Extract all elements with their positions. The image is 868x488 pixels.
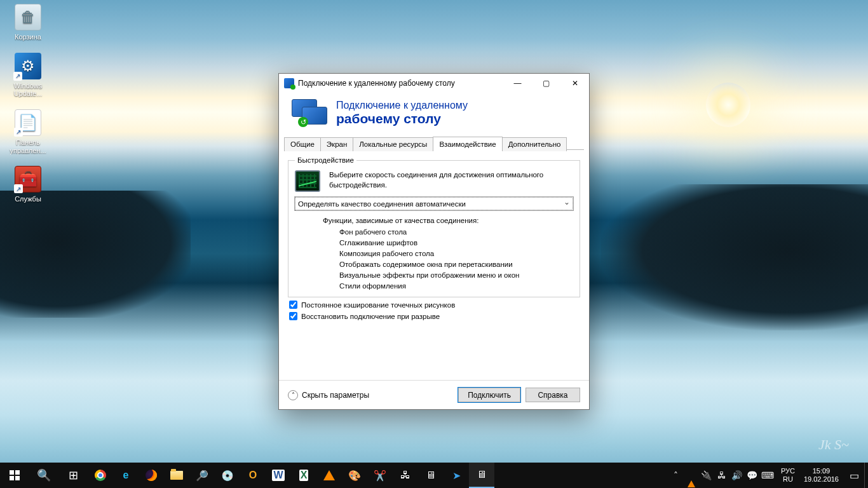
word-icon: W xyxy=(272,470,284,481)
bitmap-caching-checkbox[interactable]: Постоянное кэширование точечных рисунков xyxy=(289,301,580,309)
maximize-button[interactable]: ▢ xyxy=(532,74,560,93)
button-row: ˄ Скрыть параметры Подключить Справка xyxy=(279,380,589,409)
clock-time: 15:09 xyxy=(804,467,839,475)
start-button[interactable] xyxy=(0,463,29,488)
tab-advanced[interactable]: Дополнительно xyxy=(502,137,567,151)
taskbar-outlook[interactable]: O xyxy=(240,463,266,488)
reconnect-input[interactable] xyxy=(289,312,297,320)
chevron-up-icon: ˄ xyxy=(674,470,678,480)
taskbar-rdp[interactable]: 🖥 xyxy=(469,463,494,488)
rdp-app-icon xyxy=(284,78,294,88)
performance-icon xyxy=(295,170,320,192)
excel-icon: X xyxy=(299,470,309,481)
taskbar-app-3[interactable]: 🖧 xyxy=(393,463,418,488)
taskbar-app-4[interactable]: 🖥 xyxy=(418,463,444,488)
func-item: Фон рабочего стола xyxy=(339,228,573,236)
hide-options-toggle[interactable]: ˄ Скрыть параметры xyxy=(288,390,369,400)
palette-icon: 🎨 xyxy=(348,470,361,482)
svg-rect-2 xyxy=(10,476,14,480)
connection-speed-select[interactable]: Определять качество соединения автоматич… xyxy=(295,197,573,210)
tray-vlc[interactable] xyxy=(684,470,698,480)
tab-local-resources[interactable]: Локальные ресурсы xyxy=(353,137,433,151)
rdp-banner-icon: ↺ xyxy=(292,99,327,127)
chevron-up-icon: ˄ xyxy=(288,390,298,400)
tray-network[interactable]: 🖧 xyxy=(715,470,729,480)
tray-volume[interactable]: 🔊 xyxy=(730,470,744,480)
tab-experience[interactable]: Взаимодействие xyxy=(433,137,502,151)
functions-header: Функции, зависимые от качества соединени… xyxy=(323,217,573,224)
recycle-bin[interactable]: 🗑 Корзина xyxy=(5,4,51,41)
taskbar-app-5[interactable]: ➤ xyxy=(444,463,469,488)
control-panel-icon: 📄 xyxy=(15,109,41,136)
clock[interactable]: 15:09 19.02.2016 xyxy=(799,467,844,484)
speaker-icon: 🔊 xyxy=(731,470,742,480)
tab-general[interactable]: Общие xyxy=(284,137,321,151)
tray-power[interactable]: 🔌 xyxy=(700,470,714,480)
folder-icon xyxy=(170,471,183,480)
plane-icon: ➤ xyxy=(452,470,461,482)
banner: ↺ Подключение к удаленному рабочему стол… xyxy=(279,93,589,136)
tab-display[interactable]: Экран xyxy=(320,137,353,151)
taskbar-excel[interactable]: X xyxy=(291,463,316,488)
svg-rect-1 xyxy=(15,470,20,475)
taskbar-chrome[interactable] xyxy=(88,463,113,488)
taskbar: 🔍 ⊞ e 🔎 💿 O W X 🎨 ✂️ 🖧 🖥 ➤ 🖥 ˄ 🔌 🖧 🔊 💬 ⌨… xyxy=(0,463,868,488)
taskbar-paint[interactable]: 🎨 xyxy=(342,463,367,488)
bubble-icon: 💬 xyxy=(747,470,757,480)
taskbar-word[interactable]: W xyxy=(266,463,291,488)
func-item: Визуальные эффекты при отображении меню … xyxy=(339,271,573,279)
recycle-bin-icon: 🗑 xyxy=(15,4,41,30)
performance-group: Быстродействие Выберите скорость соедине… xyxy=(288,156,580,297)
control-panel-shortcut[interactable]: 📄 Панель управлен... xyxy=(5,109,51,154)
search-button[interactable]: 🔍 xyxy=(29,463,58,488)
chrome-icon xyxy=(95,470,106,481)
outlook-icon: O xyxy=(249,470,257,481)
ethernet-icon: 🖧 xyxy=(717,470,726,480)
vlc-icon xyxy=(323,470,335,480)
close-button[interactable]: ✕ xyxy=(560,74,589,93)
help-button[interactable]: Справка xyxy=(526,388,580,402)
taskbar-app-1[interactable]: 🔎 xyxy=(189,463,215,488)
windows-update-icon: ⚙ xyxy=(15,53,41,79)
recycle-bin-label: Корзина xyxy=(15,33,41,41)
show-desktop[interactable] xyxy=(864,463,868,488)
func-item: Отображать содержимое окна при перетаски… xyxy=(339,261,573,268)
control-panel-label: Панель управлен... xyxy=(5,139,51,154)
ie-icon: e xyxy=(123,470,129,481)
taskbar-firefox[interactable] xyxy=(139,463,164,488)
tray-overflow[interactable]: ˄ xyxy=(669,470,683,480)
services-label: Службы xyxy=(15,195,41,203)
taskbar-explorer[interactable] xyxy=(164,463,189,488)
services-shortcut[interactable]: 🧰 Службы xyxy=(5,166,51,203)
taskbar-vlc[interactable] xyxy=(316,463,342,488)
system-tray: ˄ 🔌 🖧 🔊 💬 ⌨ xyxy=(669,470,777,480)
tray-keyboard[interactable]: ⌨ xyxy=(761,470,775,480)
vlc-tray-icon xyxy=(688,470,695,487)
taskbar-snip[interactable]: ✂️ xyxy=(367,463,393,488)
func-item: Стили оформления xyxy=(339,282,573,290)
windows-update-shortcut[interactable]: ⚙ Windows Update... xyxy=(5,53,51,98)
action-center[interactable]: ▭ xyxy=(844,470,864,482)
minimize-button[interactable]: — xyxy=(503,74,532,93)
tray-input[interactable]: 💬 xyxy=(745,470,759,480)
banner-line2: рабочему столу xyxy=(336,111,468,126)
toolbox-icon: 🧰 xyxy=(15,166,41,193)
scissors-icon: ✂️ xyxy=(374,470,386,482)
bitmap-caching-input[interactable] xyxy=(289,301,297,309)
display-icon: 🖥 xyxy=(426,470,436,481)
desktop-icons: 🗑 Корзина ⚙ Windows Update... 📄 Панель у… xyxy=(5,4,51,203)
tab-row: Общие Экран Локальные ресурсы Взаимодейс… xyxy=(279,136,589,150)
connect-button[interactable]: Подключить xyxy=(458,388,520,402)
performance-legend: Быстродействие xyxy=(295,156,356,164)
language-indicator[interactable]: РУС RU xyxy=(777,467,799,484)
taskbar-ie[interactable]: e xyxy=(113,463,139,488)
notification-icon: ▭ xyxy=(850,470,859,481)
reconnect-checkbox[interactable]: Восстановить подключение при разрыве xyxy=(289,312,580,320)
func-item: Сглаживание шрифтов xyxy=(339,239,573,247)
plug-icon: 🔌 xyxy=(701,470,712,480)
performance-hint: Выберите скорость соединения для достиже… xyxy=(329,170,573,190)
taskbar-app-2[interactable]: 💿 xyxy=(215,463,240,488)
task-view-button[interactable]: ⊞ xyxy=(58,463,88,488)
windows-update-label: Windows Update... xyxy=(5,82,51,98)
titlebar[interactable]: Подключение к удаленному рабочему столу … xyxy=(279,74,589,93)
